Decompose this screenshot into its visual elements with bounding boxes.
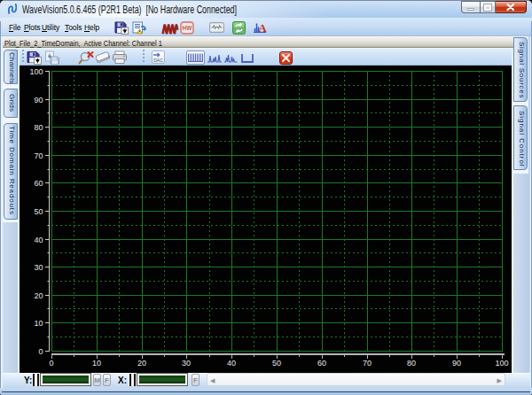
- svg-text:100: 100: [495, 359, 508, 368]
- svg-text:0: 0: [49, 359, 53, 368]
- svg-text:HW: HW: [183, 25, 193, 31]
- svg-text:20: 20: [137, 359, 146, 368]
- svg-text:A: A: [258, 21, 267, 35]
- svg-text:60: 60: [317, 359, 326, 368]
- svg-text:40: 40: [34, 236, 43, 244]
- svg-text:100: 100: [29, 67, 43, 76]
- svg-text:0: 0: [38, 347, 43, 356]
- svg-text:30: 30: [34, 263, 43, 272]
- svg-text:20: 20: [34, 291, 43, 300]
- svg-text:90: 90: [452, 359, 461, 368]
- svg-text:80: 80: [407, 359, 416, 368]
- svg-text:WaveVision5.0.6.465 (P2R1 Beta: WaveVision5.0.6.465 (P2R1 Beta) [No Hard…: [22, 4, 237, 16]
- svg-text:40: 40: [227, 359, 236, 368]
- svg-text:70: 70: [363, 359, 372, 368]
- svg-text:80: 80: [34, 123, 43, 132]
- svg-text:60: 60: [34, 179, 43, 188]
- svg-text:90: 90: [34, 96, 43, 105]
- svg-text:DAC: DAC: [153, 58, 163, 63]
- svg-text:50: 50: [34, 207, 43, 216]
- svg-text:30: 30: [182, 359, 191, 368]
- svg-text:10: 10: [92, 359, 101, 368]
- svg-text:50: 50: [272, 359, 281, 368]
- svg-text:70: 70: [34, 151, 43, 160]
- svg-text:10: 10: [34, 319, 43, 328]
